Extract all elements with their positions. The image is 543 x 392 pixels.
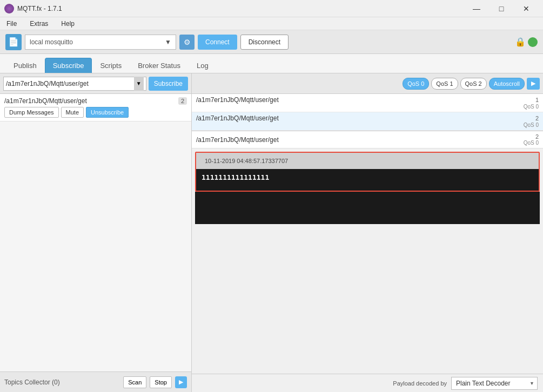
message-payload-area	[195, 192, 540, 224]
status-icons: 🔒	[515, 37, 538, 47]
message-item-row: /a1m7er1nJbQ/Mqtt/user/get 2	[196, 114, 539, 122]
message-num: 2	[535, 115, 539, 121]
subscription-list: /a1m7er1nJbQ/Mqtt/user/get 2 Dump Messag…	[0, 94, 191, 371]
message-timestamp: 10-11-2019 04:48:57.17337707	[200, 156, 292, 166]
decoder-bar: Payload decoded by Plain Text Decoder	[192, 374, 543, 392]
settings-button[interactable]: ⚙	[179, 35, 195, 50]
qos-controls: QoS 0 QoS 1 QoS 2 Autoscroll ▶	[403, 78, 540, 90]
title-bar-text: MQTT.fx - 1.7.1	[17, 5, 62, 12]
stop-button[interactable]: Stop	[150, 376, 172, 388]
connection-status-dot	[528, 37, 538, 47]
subscription-topic: /a1m7er1nJbQ/Mqtt/user/get	[4, 97, 87, 105]
qos2-button[interactable]: QoS 2	[460, 78, 487, 90]
topic-input[interactable]	[6, 80, 134, 87]
menu-file[interactable]: File	[4, 19, 19, 29]
mute-button[interactable]: Mute	[61, 107, 84, 118]
message-qos: QoS 0	[196, 104, 539, 110]
subscription-actions: Dump Messages Mute Unsubscribe	[4, 107, 187, 118]
message-topic: /a1m7er1nJbQ/Mqtt/user/get	[196, 96, 279, 104]
message-list: /a1m7er1nJbQ/Mqtt/user/get 1 QoS 0 /a1m7…	[192, 94, 543, 131]
topics-collector: Topics Collector (0) Scan Stop ▶	[0, 371, 191, 392]
title-bar-left: MQTT.fx - 1.7.1	[4, 4, 62, 13]
tab-broker-status[interactable]: Broker Status	[130, 58, 189, 73]
message-body-highlight: 10-11-2019 04:48:57.17337707 11111111111…	[195, 152, 540, 192]
minimize-button[interactable]: —	[464, 0, 489, 17]
subscription-count: 2	[178, 97, 187, 105]
message-payload: 1111111111111111	[196, 169, 539, 191]
file-icon: 📄	[5, 34, 22, 50]
message-topic: /a1m7er1nJbQ/Mqtt/user/get	[196, 114, 279, 122]
tab-log[interactable]: Log	[189, 58, 217, 73]
message-num: 1	[535, 97, 539, 103]
table-row[interactable]: /a1m7er1nJbQ/Mqtt/user/get 1 QoS 0	[192, 94, 543, 112]
right-panel: QoS 0 QoS 1 QoS 2 Autoscroll ▶ /a1m7er1n…	[192, 73, 543, 392]
detail-topic: /a1m7er1nJbQ/Mqtt/user/get	[196, 136, 279, 144]
qos1-button[interactable]: QoS 1	[431, 78, 458, 90]
toolbar: 📄 local mosquitto ▼ ⚙ Connect Disconnect…	[0, 30, 543, 54]
lock-icon: 🔒	[515, 37, 526, 47]
title-bar: MQTT.fx - 1.7.1 — □ ✕	[0, 0, 543, 17]
decoder-select[interactable]: Plain Text Decoder	[451, 377, 538, 390]
dropdown-arrow-icon: ▼	[165, 38, 171, 46]
scan-button[interactable]: Scan	[123, 376, 146, 388]
subscribe-button[interactable]: Subscribe	[149, 77, 188, 91]
connect-button[interactable]: Connect	[198, 35, 237, 50]
autoscroll-button[interactable]: Autoscroll	[489, 78, 525, 90]
topic-input-wrapper: ▼	[3, 77, 146, 91]
message-detail: /a1m7er1nJbQ/Mqtt/user/get 2 QoS 0 10-11…	[192, 131, 543, 374]
tab-publish[interactable]: Publish	[5, 58, 45, 73]
disconnect-button[interactable]: Disconnect	[240, 35, 289, 50]
connection-select[interactable]: local mosquitto ▼	[25, 35, 176, 50]
connection-name: local mosquitto	[30, 38, 73, 46]
main-content: ▼ Subscribe /a1m7er1nJbQ/Mqtt/user/get 2…	[0, 73, 543, 392]
right-options-button[interactable]: ▶	[527, 78, 540, 90]
topics-collector-label: Topics Collector (0)	[4, 379, 120, 386]
topic-dropdown-button[interactable]: ▼	[134, 77, 144, 91]
decoder-label: Payload decoded by	[393, 380, 447, 387]
detail-num: 2	[535, 133, 539, 140]
left-panel: ▼ Subscribe /a1m7er1nJbQ/Mqtt/user/get 2…	[0, 73, 192, 392]
message-detail-header: /a1m7er1nJbQ/Mqtt/user/get 2 QoS 0	[192, 131, 543, 148]
message-qos: QoS 0	[196, 122, 539, 128]
app-icon	[4, 4, 14, 13]
decoder-select-wrapper: Plain Text Decoder	[451, 377, 538, 390]
detail-qos: QoS 0	[524, 140, 539, 146]
tab-subscribe[interactable]: Subscribe	[45, 58, 92, 73]
dump-messages-button[interactable]: Dump Messages	[4, 107, 59, 118]
maximize-button[interactable]: □	[489, 0, 514, 17]
menu-help[interactable]: Help	[59, 19, 77, 29]
menu-extras[interactable]: Extras	[28, 19, 50, 29]
message-item-row: /a1m7er1nJbQ/Mqtt/user/get 1	[196, 96, 539, 104]
window-controls: — □ ✕	[464, 0, 539, 17]
menu-bar: File Extras Help	[0, 17, 543, 30]
tabs-bar: Publish Subscribe Scripts Broker Status …	[0, 54, 543, 73]
unsubscribe-button[interactable]: Unsubscribe	[86, 107, 129, 118]
close-button[interactable]: ✕	[514, 0, 539, 17]
qos0-button[interactable]: QoS 0	[403, 78, 429, 90]
topics-options-button[interactable]: ▶	[175, 376, 187, 388]
list-item: /a1m7er1nJbQ/Mqtt/user/get 2 Dump Messag…	[0, 94, 191, 121]
subscription-item-header: /a1m7er1nJbQ/Mqtt/user/get 2	[4, 97, 187, 105]
subscribe-input-bar: ▼ Subscribe	[0, 73, 191, 94]
right-subscribe-bar: QoS 0 QoS 1 QoS 2 Autoscroll ▶	[192, 73, 543, 94]
message-body-container: 10-11-2019 04:48:57.17337707 11111111111…	[192, 148, 543, 374]
tab-scripts[interactable]: Scripts	[92, 58, 130, 73]
table-row[interactable]: /a1m7er1nJbQ/Mqtt/user/get 2 QoS 0	[192, 112, 543, 131]
